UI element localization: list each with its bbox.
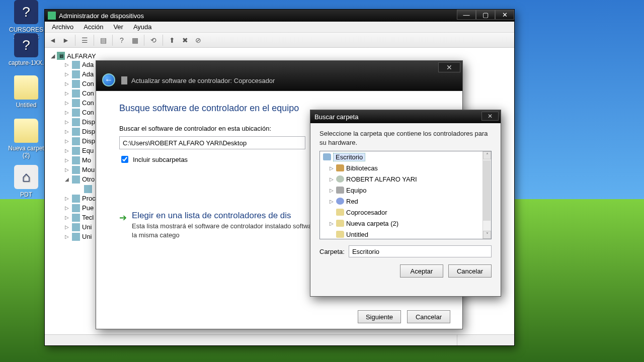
devmgr-menubar: Archivo Acción Ver Ayuda xyxy=(45,22,514,33)
path-combobox[interactable]: C:\Users\ROBERT ALFARO YARI\Desktop xyxy=(119,136,305,149)
desktop-icon-nueva-carpeta[interactable]: Nueva carpet (2) xyxy=(7,119,45,159)
devmgr-titlebar[interactable]: Administrador de dispositivos — ▢ ✕ xyxy=(45,10,514,22)
desktop-icon-untitled[interactable]: Untitled xyxy=(7,75,45,109)
minimize-button[interactable]: — xyxy=(457,10,476,20)
menu-ayuda[interactable]: Ayuda xyxy=(128,22,157,32)
tree-root[interactable]: ◢🖥 ALFARAY xyxy=(51,52,508,60)
browse-tree-item[interactable]: ▷Equipo xyxy=(320,185,491,196)
devmgr-icon xyxy=(48,12,56,20)
uninstall-icon[interactable]: ✖ xyxy=(179,34,191,46)
back-icon[interactable]: ◄ xyxy=(47,34,59,46)
scroll-thumb[interactable] xyxy=(483,160,491,221)
browse-tree-item[interactable]: ▷Bibliotecas xyxy=(320,162,491,173)
include-subfolders-checkbox[interactable] xyxy=(121,156,128,163)
desktop-icon-capture[interactable]: ?capture-1XX. xyxy=(7,33,45,66)
devmgr-statusbar xyxy=(45,334,514,345)
scroll-up-icon[interactable]: ˄ xyxy=(483,151,491,159)
close-button[interactable]: ✕ xyxy=(495,10,514,20)
arrow-right-icon: ➔ xyxy=(119,212,127,239)
menu-accion[interactable]: Acción xyxy=(78,22,108,32)
browse-tree-item[interactable]: ▷Nueva carpeta (2) xyxy=(320,218,491,229)
wizard-back-button[interactable]: ← xyxy=(102,73,115,86)
devmgr-toolbar: ◄ ► ☰ ▤ ? ▦ ⟲ ⬆ ✖ ⊘ xyxy=(45,33,514,48)
next-button[interactable]: Siguiente xyxy=(358,310,401,323)
wizard-icon xyxy=(121,76,127,84)
browse-close-button[interactable]: ✕ xyxy=(481,112,499,121)
browse-tree[interactable]: Escritorio▷Bibliotecas▷ROBERT ALFARO YAR… xyxy=(319,151,492,239)
disable-icon[interactable]: ⊘ xyxy=(192,34,204,46)
help-icon[interactable]: ? xyxy=(116,34,128,46)
browse-scrollbar[interactable]: ˄ ˅ xyxy=(482,151,491,239)
folder-input[interactable] xyxy=(349,245,492,257)
browse-tree-item[interactable]: Untitled xyxy=(320,229,491,239)
wizard-close-button[interactable]: ✕ xyxy=(438,62,460,72)
browse-message: Seleccione la carpeta que contiene los c… xyxy=(310,123,501,151)
menu-ver[interactable]: Ver xyxy=(108,22,128,32)
show-hide-tree-icon[interactable]: ☰ xyxy=(78,34,91,46)
ok-button[interactable]: Aceptar xyxy=(400,264,443,278)
action-icon[interactable]: ▦ xyxy=(129,34,141,46)
properties-icon[interactable]: ▤ xyxy=(97,34,109,46)
desktop-icon-pdt[interactable]: ⌂PDT xyxy=(7,165,45,198)
menu-archivo[interactable]: Archivo xyxy=(47,22,78,32)
folder-row: Carpeta: xyxy=(319,245,492,257)
wizard-title: Actualizar software de controlador: Copr… xyxy=(131,77,275,84)
cancel-button[interactable]: Cancelar xyxy=(407,310,450,323)
scan-hardware-icon[interactable]: ⟲ xyxy=(147,34,159,46)
browse-cancel-button[interactable]: Cancelar xyxy=(448,264,492,278)
scroll-down-icon[interactable]: ˅ xyxy=(483,231,491,239)
browse-tree-item[interactable]: ▷Red xyxy=(320,196,491,207)
devmgr-title: Administrador de dispositivos xyxy=(59,12,144,20)
browse-tree-item[interactable]: Coprocesador xyxy=(320,207,491,218)
wizard-footer: Siguiente Cancelar xyxy=(96,305,462,329)
forward-icon[interactable]: ► xyxy=(60,34,72,46)
browse-tree-item[interactable]: ▷ROBERT ALFARO YARI xyxy=(320,173,491,185)
wizard-header[interactable]: ✕ ← Actualizar software de controlador: … xyxy=(96,61,462,91)
browse-titlebar[interactable]: Buscar carpeta ✕ xyxy=(310,110,501,123)
maximize-button[interactable]: ▢ xyxy=(476,10,495,20)
browse-folder-dialog: Buscar carpeta ✕ Seleccione la carpeta q… xyxy=(310,110,501,297)
browse-tree-item[interactable]: Escritorio xyxy=(320,151,491,162)
update-driver-icon[interactable]: ⬆ xyxy=(166,34,178,46)
